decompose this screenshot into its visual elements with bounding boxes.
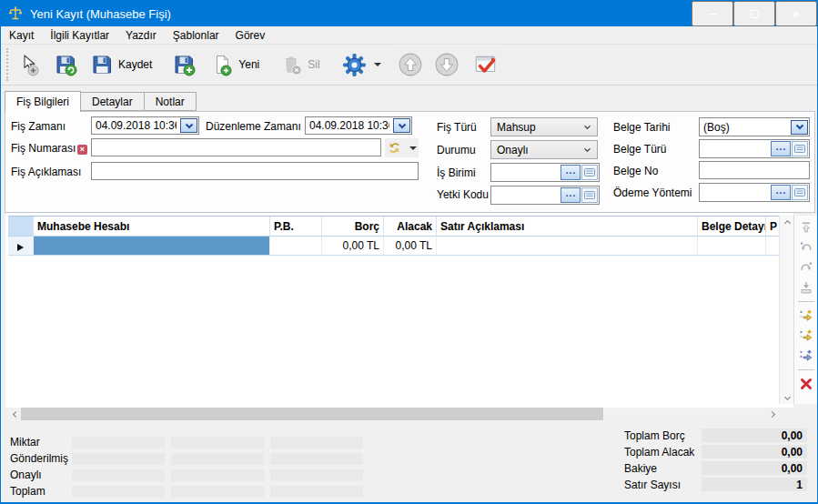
- scroll-right-button[interactable]: [764, 408, 779, 420]
- add-row-button[interactable]: [797, 347, 815, 365]
- menu-sablonlar[interactable]: Şablonlar: [165, 27, 227, 44]
- belge-turu-input[interactable]: [700, 142, 771, 156]
- tab-detaylar[interactable]: Detaylar: [81, 92, 145, 111]
- move-up-button[interactable]: [394, 49, 427, 80]
- tab-fis-bilgileri[interactable]: Fiş Bilgileri: [5, 91, 81, 112]
- durumu-combo[interactable]: Onaylı: [490, 140, 598, 159]
- maximize-button[interactable]: [733, 1, 775, 26]
- miktar-label: Miktar: [10, 436, 72, 449]
- column-header-belge-detayi[interactable]: Belge Detayı: [698, 217, 766, 237]
- fis-aciklamasi-field[interactable]: [91, 162, 419, 180]
- insert-row-after-button[interactable]: [797, 327, 815, 345]
- fis-numarasi-label: Fiş Numarası: [11, 142, 76, 155]
- yetki-kodu-input[interactable]: [491, 188, 560, 203]
- grid-corner-cell[interactable]: [8, 217, 34, 237]
- new-button[interactable]: Yeni: [207, 50, 263, 79]
- belge-tarihi-field[interactable]: [699, 117, 810, 136]
- save-button[interactable]: Kaydet: [86, 50, 156, 79]
- is-birimi-field[interactable]: ...: [490, 163, 600, 182]
- approve-check-icon: [472, 52, 500, 77]
- belge-turu-keypad-button[interactable]: [792, 141, 808, 156]
- odeme-yontemi-lookup-button[interactable]: ...: [771, 185, 791, 200]
- footer-row-onayli: Onaylı: [10, 469, 369, 481]
- insert-row-before-button[interactable]: [797, 307, 815, 325]
- fis-aciklamasi-input[interactable]: [92, 164, 418, 178]
- grid-horizontal-scrollbar[interactable]: [8, 408, 779, 420]
- required-validation-icon: ×: [77, 145, 87, 155]
- select-add-button[interactable]: [14, 50, 45, 79]
- undo-row-button[interactable]: [797, 238, 815, 257]
- yetki-kodu-lookup-button[interactable]: ...: [560, 187, 581, 203]
- menu-kayit[interactable]: Kayıt: [1, 27, 42, 44]
- toplam-borc-value: 0,00: [702, 428, 807, 442]
- is-birimi-input[interactable]: [491, 166, 560, 180]
- menu-ilgili-kayitlar[interactable]: İlgili Kayıtlar: [42, 27, 117, 44]
- import-rows-button[interactable]: [797, 278, 815, 297]
- move-down-button[interactable]: [430, 49, 463, 80]
- close-button[interactable]: ×: [775, 1, 817, 26]
- duzenleme-zamani-field[interactable]: [305, 116, 412, 135]
- column-header-alacak[interactable]: Alacak: [384, 217, 437, 237]
- grid-row-1[interactable]: 0,00 TL 0,00 TL: [8, 237, 779, 256]
- summary-box: [171, 469, 264, 481]
- belge-turu-lookup-button[interactable]: ...: [771, 141, 791, 156]
- fis-zamani-input[interactable]: [92, 118, 180, 133]
- scroll-down-button[interactable]: [780, 390, 794, 403]
- yetki-kodu-field[interactable]: ...: [490, 186, 600, 205]
- fis-numarasi-input[interactable]: [92, 140, 380, 155]
- belge-no-field[interactable]: [699, 161, 810, 179]
- cell-borc[interactable]: 0,00 TL: [322, 237, 384, 255]
- column-header-p[interactable]: P: [766, 217, 779, 237]
- generate-number-button[interactable]: [385, 138, 419, 157]
- fis-turu-combo[interactable]: Mahsup: [490, 117, 598, 136]
- belge-turu-field[interactable]: ...: [699, 139, 810, 158]
- cell-muhasebe-hesabi[interactable]: [34, 237, 270, 255]
- is-birimi-keypad-button[interactable]: [581, 165, 598, 180]
- belge-tarihi-input[interactable]: [700, 120, 791, 135]
- column-header-borc[interactable]: Borç: [322, 217, 384, 237]
- redo-row-button[interactable]: [797, 258, 815, 277]
- minimize-button[interactable]: [692, 1, 733, 26]
- save-and-new-button[interactable]: [168, 50, 199, 79]
- fis-zamani-field[interactable]: [91, 116, 199, 135]
- approve-button[interactable]: [469, 49, 503, 80]
- yetki-kodu-keypad-button[interactable]: [581, 187, 598, 203]
- odeme-yontemi-field[interactable]: ...: [699, 183, 810, 202]
- scroll-up-button[interactable]: [780, 217, 794, 229]
- main-toolbar: Kaydet Yeni: [1, 44, 817, 86]
- fis-zamani-dropdown-button[interactable]: [180, 118, 197, 133]
- cell-satir-aciklamasi[interactable]: [437, 237, 698, 255]
- delete-button[interactable]: Sil: [276, 50, 323, 79]
- fis-numarasi-field[interactable]: [91, 138, 381, 156]
- duzenleme-zamani-dropdown-button[interactable]: [393, 118, 410, 133]
- grid-side-toolbar: [793, 216, 818, 404]
- cell-pb[interactable]: [270, 237, 322, 255]
- move-row-top-button[interactable]: [797, 218, 815, 237]
- summary-box: [270, 486, 363, 498]
- save-refresh-button[interactable]: [50, 50, 81, 79]
- odeme-yontemi-keypad-button[interactable]: [792, 185, 808, 200]
- title-bar[interactable]: Yeni Kayıt (Muhasebe Fişi) ×: [1, 1, 817, 26]
- menu-yazdir[interactable]: Yazdır: [117, 27, 165, 44]
- horizontal-scroll-thumb[interactable]: [21, 408, 603, 420]
- app-window: Yeni Kayıt (Muhasebe Fişi) × Kayıt İlgil…: [0, 0, 818, 504]
- duzenleme-zamani-input[interactable]: [306, 118, 393, 133]
- toolbar-grip[interactable]: [6, 48, 8, 81]
- menu-gorev[interactable]: Görev: [227, 27, 274, 44]
- column-header-muhasebe-hesabi[interactable]: Muhasebe Hesabı: [34, 217, 270, 237]
- belge-tarihi-dropdown-button[interactable]: [791, 120, 808, 135]
- odeme-yontemi-input[interactable]: [700, 186, 771, 200]
- column-header-pb[interactable]: P.B.: [270, 217, 322, 237]
- cell-belge-detayi[interactable]: [698, 237, 766, 255]
- satir-sayisi-label: Satır Sayısı: [624, 479, 699, 491]
- cell-alacak[interactable]: 0,00 TL: [384, 237, 437, 255]
- is-birimi-lookup-button[interactable]: ...: [560, 165, 581, 180]
- settings-button[interactable]: [338, 50, 385, 80]
- delete-row-button[interactable]: [797, 375, 815, 393]
- cell-p[interactable]: [766, 237, 779, 255]
- belge-no-input[interactable]: [700, 163, 809, 177]
- column-header-satir-aciklamasi[interactable]: Satır Açıklaması: [437, 217, 698, 237]
- row-selector-cell[interactable]: [8, 237, 34, 255]
- tab-notlar[interactable]: Notlar: [145, 92, 197, 111]
- grid-vertical-scrollbar[interactable]: [779, 216, 793, 404]
